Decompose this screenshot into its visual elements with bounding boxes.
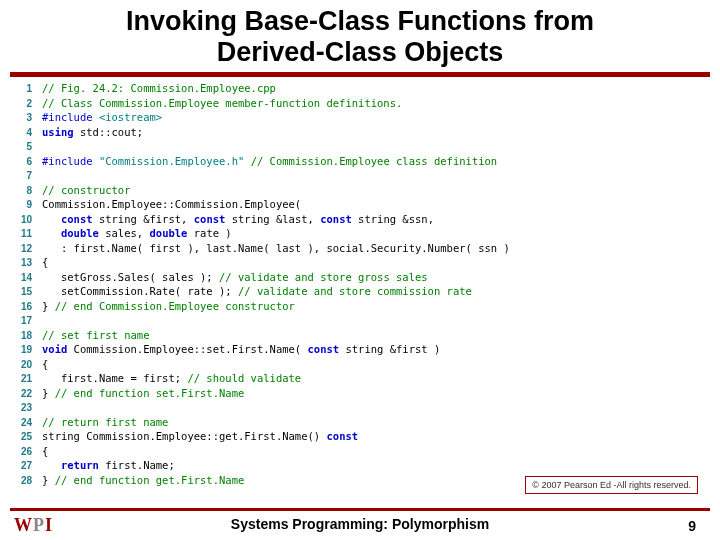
- line-number: 24: [10, 416, 32, 430]
- line-number: 28: [10, 474, 32, 488]
- title-line-2: Derived-Class Objects: [20, 37, 700, 68]
- code-line: 25string Commission.Employee::get.First.…: [10, 429, 710, 444]
- line-number: 5: [10, 140, 32, 154]
- logo-p: P: [33, 515, 45, 535]
- footer-text: Systems Programming: Polymorphism: [0, 516, 720, 532]
- code-line: 26{: [10, 444, 710, 459]
- code-content: [42, 168, 48, 182]
- code-line: 5: [10, 139, 710, 154]
- code-content: // constructor: [42, 183, 131, 197]
- code-token: {: [42, 358, 48, 370]
- code-line: 1// Fig. 24.2: Commission.Employee.cpp: [10, 81, 710, 96]
- code-token: : first.Name( first ), last.Name( last )…: [42, 242, 510, 254]
- code-token: // Commission.Employee class definition: [251, 155, 498, 167]
- code-token: #include: [42, 111, 99, 123]
- code-line: 8// constructor: [10, 183, 710, 198]
- copyright-notice: © 2007 Pearson Ed -All rights reserved.: [525, 476, 698, 494]
- line-number: 26: [10, 445, 32, 459]
- line-number: 18: [10, 329, 32, 343]
- code-line: 9Commission.Employee::Commission.Employe…: [10, 197, 710, 212]
- line-number: 19: [10, 343, 32, 357]
- code-token: string &first ): [339, 343, 440, 355]
- line-number: 20: [10, 358, 32, 372]
- code-token: // validate and store gross sales: [219, 271, 428, 283]
- line-number: 11: [10, 227, 32, 241]
- code-line: 22} // end function set.First.Name: [10, 386, 710, 401]
- code-token: const: [308, 343, 340, 355]
- line-number: 17: [10, 314, 32, 328]
- code-line: 23: [10, 400, 710, 415]
- code-content: // set first name: [42, 328, 149, 342]
- code-token: // Class Commission.Employee member-func…: [42, 97, 402, 109]
- title-line-1: Invoking Base-Class Functions from: [20, 6, 700, 37]
- code-token: string &last,: [225, 213, 320, 225]
- code-content: first.Name = first; // should validate: [42, 371, 301, 385]
- line-number: 7: [10, 169, 32, 183]
- line-number: 16: [10, 300, 32, 314]
- code-token: const: [61, 213, 93, 225]
- logo-i: I: [45, 515, 53, 535]
- code-token: }: [42, 474, 55, 486]
- code-line: 10 const string &first, const string &la…: [10, 212, 710, 227]
- line-number: 15: [10, 285, 32, 299]
- code-token: const: [194, 213, 226, 225]
- code-content: using std::cout;: [42, 125, 143, 139]
- code-token: {: [42, 256, 48, 268]
- code-line: 20{: [10, 357, 710, 372]
- code-token: double: [61, 227, 99, 239]
- code-content: {: [42, 444, 48, 458]
- code-token: const: [320, 213, 352, 225]
- code-token: [42, 213, 61, 225]
- code-content: } // end Commission.Employee constructor: [42, 299, 295, 313]
- code-content: // Fig. 24.2: Commission.Employee.cpp: [42, 81, 276, 95]
- title-underline: [10, 72, 710, 77]
- code-token: // set first name: [42, 329, 149, 341]
- line-number: 10: [10, 213, 32, 227]
- code-content: double sales, double rate ): [42, 226, 232, 240]
- code-line: 24// return first name: [10, 415, 710, 430]
- code-token: }: [42, 300, 55, 312]
- code-token: {: [42, 445, 48, 457]
- line-number: 27: [10, 459, 32, 473]
- code-line: 21 first.Name = first; // should validat…: [10, 371, 710, 386]
- code-content: // Class Commission.Employee member-func…: [42, 96, 402, 110]
- code-content: Commission.Employee::Commission.Employee…: [42, 197, 301, 211]
- code-token: // validate and store commission rate: [238, 285, 472, 297]
- code-content: [42, 400, 48, 414]
- code-token: // should validate: [187, 372, 301, 384]
- code-token: <iostream>: [99, 111, 162, 123]
- code-content: {: [42, 255, 48, 269]
- code-content: const string &first, const string &last,…: [42, 212, 434, 226]
- line-number: 4: [10, 126, 32, 140]
- code-content: [42, 313, 48, 327]
- code-content: setGross.Sales( sales ); // validate and…: [42, 270, 428, 284]
- code-token: using: [42, 126, 74, 138]
- code-token: // end function get.First.Name: [55, 474, 245, 486]
- line-number: 3: [10, 111, 32, 125]
- code-token: string &first,: [93, 213, 194, 225]
- code-listing: 1// Fig. 24.2: Commission.Employee.cpp2/…: [0, 81, 720, 487]
- code-token: string &ssn,: [352, 213, 434, 225]
- line-number: 8: [10, 184, 32, 198]
- code-token: Commission.Employee::Commission.Employee…: [42, 198, 301, 210]
- code-line: 18// set first name: [10, 328, 710, 343]
- code-token: [42, 227, 61, 239]
- code-token: setCommission.Rate( rate );: [42, 285, 238, 297]
- code-token: "Commission.Employee.h": [99, 155, 244, 167]
- code-content: #include "Commission.Employee.h" // Comm…: [42, 154, 497, 168]
- line-number: 6: [10, 155, 32, 169]
- code-token: void: [42, 343, 67, 355]
- code-token: string Commission.Employee::get.First.Na…: [42, 430, 326, 442]
- code-content: return first.Name;: [42, 458, 175, 472]
- line-number: 12: [10, 242, 32, 256]
- code-content: {: [42, 357, 48, 371]
- wpi-logo: WPI: [14, 515, 53, 536]
- code-token: [42, 459, 61, 471]
- page-number: 9: [688, 518, 696, 534]
- code-line: 12 : first.Name( first ), last.Name( las…: [10, 241, 710, 256]
- code-token: // end function set.First.Name: [55, 387, 245, 399]
- code-token: const: [326, 430, 358, 442]
- code-token: first.Name;: [99, 459, 175, 471]
- code-content: void Commission.Employee::set.First.Name…: [42, 342, 440, 356]
- code-token: std::cout;: [74, 126, 144, 138]
